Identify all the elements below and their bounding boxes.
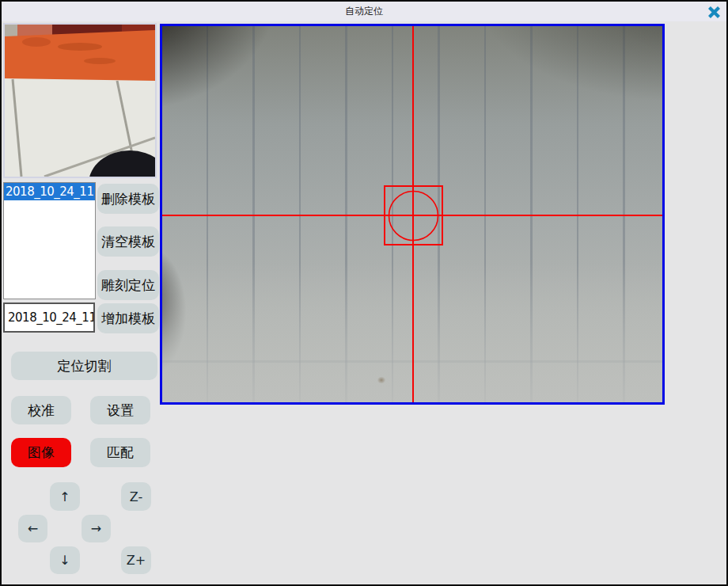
camera-view [160,24,665,405]
jog-z-plus-button[interactable]: Z+ [121,546,151,574]
down-arrow-icon: ↓ [59,553,70,568]
window-title: 自动定位 [345,5,383,18]
up-arrow-icon: ↑ [59,489,70,504]
right-arrow-icon: → [91,521,101,536]
jog-left-button[interactable]: ← [18,515,47,542]
delete-template-button[interactable]: 删除模板 [97,184,159,214]
auto-position-window: 自动定位 2018_10_24_11 2018_10_24_11 删除模板 [0,0,728,586]
settings-button[interactable]: 设置 [90,396,150,424]
template-list-item-selected[interactable]: 2018_10_24_11 [4,183,95,200]
calibrate-button[interactable]: 校准 [11,396,71,424]
template-list[interactable]: 2018_10_24_11 [3,182,96,299]
close-x-icon [707,6,721,18]
close-button[interactable] [707,6,721,18]
crosshair-overlay [162,26,662,402]
jog-up-button[interactable]: ↑ [50,482,80,511]
titlebar: 自动定位 [2,2,726,21]
z-plus-label: Z+ [127,553,146,568]
template-name-input[interactable]: 2018_10_24_11 [3,303,95,333]
left-arrow-icon: ← [28,521,38,536]
engrave-position-button[interactable]: 雕刻定位 [97,270,159,300]
template-preview-thumbnail[interactable] [3,23,157,178]
template-snapshot-image [5,25,155,177]
position-cut-button[interactable]: 定位切割 [11,352,157,380]
image-button-active[interactable]: 图像 [11,438,71,467]
z-minus-label: Z- [130,489,142,504]
add-template-button[interactable]: 增加模板 [97,303,159,333]
match-button[interactable]: 匹配 [90,438,150,467]
jog-down-button[interactable]: ↓ [50,546,80,574]
clear-templates-button[interactable]: 清空模板 [97,226,159,257]
jog-z-minus-button[interactable]: Z- [121,482,151,511]
jog-right-button[interactable]: → [82,515,111,542]
